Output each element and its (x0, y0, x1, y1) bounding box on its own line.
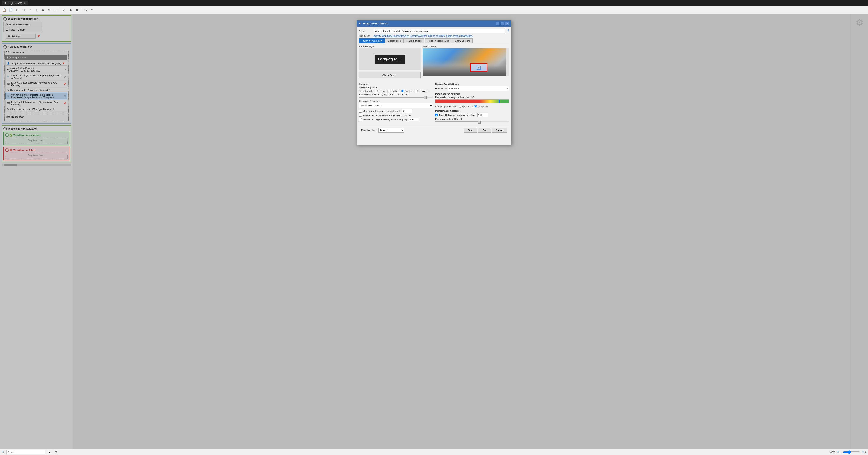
search-algorithm-label: Search algorithm (359, 86, 433, 89)
toolbar-grid-btn[interactable]: ⊞ (53, 7, 59, 13)
performance-limit-row: Performance limit (%): 60 (435, 118, 509, 120)
load-optimizer-label: Load Optimizer (439, 113, 455, 116)
search-mode-row: Search mode: Colour Gradient (359, 90, 433, 92)
radio-gradient-label: Gradient (391, 90, 400, 92)
cancel-button[interactable]: Cancel (492, 128, 507, 133)
radio-contourf[interactable]: Contour F (415, 90, 429, 92)
toolbar-print-btn[interactable]: 🖨 (83, 7, 89, 13)
wait-steady-checkbox[interactable] (359, 118, 362, 121)
performance-limit-label: Performance limit (%): (435, 118, 459, 120)
pattern-image-label: Pattern image (359, 45, 421, 48)
toolbar-separator (60, 8, 60, 12)
toolbar-undo-btn[interactable]: ↩ (14, 7, 20, 13)
settings-group-label: Settings (359, 83, 433, 85)
search-highlight-box: ⚙ (470, 63, 487, 72)
toolbar-redo-btn[interactable]: ↪ (21, 7, 27, 13)
step-row: This Step: Activity Workflow/Transaction… (359, 35, 509, 37)
search-up-btn[interactable]: ▲ (47, 450, 52, 454)
radio-colour-label: Colour (378, 90, 385, 92)
zoom-in-icon[interactable]: 🔍+ (862, 451, 866, 454)
step-link[interactable]: Activity Workflow/Transaction/App Sessio… (374, 35, 473, 37)
pattern-image-area: Pattern image Logging in ... Check Searc… (359, 45, 421, 80)
compare-precision-select[interactable]: 100% (Exact match) (359, 103, 433, 108)
precision-bar-container (435, 99, 509, 103)
bottom-bar: 🔍 ▲ ▼ 100% 🔍− 🔍+ (0, 449, 868, 455)
radio-appear-label: Appear (462, 105, 469, 108)
title-tab[interactable]: ⚙ *Login to AMS ✕ (2, 1, 28, 5)
radio-gradient-input[interactable] (387, 90, 390, 92)
toolbar-pen-btn[interactable]: ✒ (89, 7, 95, 13)
compare-precision-label: Compare Precision: (359, 100, 380, 102)
use-general-timeout-label: Use general timeout (363, 110, 384, 112)
compare-precision-select-row: 100% (Exact match) (359, 103, 433, 108)
relative-to-dropdown[interactable]: < None > ▼ (448, 86, 509, 91)
perf-slider-thumb[interactable] (478, 121, 480, 124)
help-icon[interactable]: ? (507, 29, 509, 33)
bw-threshold-slider[interactable] (359, 97, 433, 98)
dialog-close-btn[interactable]: ✕ (505, 22, 509, 26)
zoom-out-icon[interactable]: 🔍− (837, 451, 841, 454)
zoom-slider[interactable] (843, 451, 860, 454)
name-input[interactable] (374, 29, 505, 33)
radio-contourf-input[interactable] (415, 90, 418, 92)
toolbar-run-btn[interactable]: ▶ (68, 7, 74, 13)
tab-search-area[interactable]: Search area (385, 38, 404, 43)
radio-colour[interactable]: Colour (375, 90, 385, 92)
zoom-label: 100% (829, 451, 835, 454)
main-area: − ⚙ Workflow Initialization ⚙ Activity P… (0, 14, 868, 449)
toolbar-delete-btn[interactable]: ✕ (40, 7, 46, 13)
load-optimizer-checkbox[interactable] (435, 113, 438, 117)
toolbar-down-btn[interactable]: ↓ (34, 7, 39, 13)
step-label: This Step: (359, 35, 372, 37)
tab-pattern-image[interactable]: Pattern image (404, 38, 424, 43)
toolbar-new-btn[interactable]: 📋 (1, 7, 7, 13)
toolbar-up-btn[interactable]: ↑ (27, 7, 33, 13)
dialog-bottom: Error handling: Normal Test OK Cancel (359, 126, 509, 134)
radio-appear[interactable]: Appear (459, 105, 469, 108)
error-handling-select[interactable]: Normal (378, 128, 404, 133)
close-tab-button[interactable]: ✕ (24, 2, 26, 4)
dialog-error-handling: Error handling: Normal (361, 128, 404, 133)
dialog-minimize-btn[interactable]: − (496, 22, 500, 26)
wait-time-input[interactable] (409, 118, 420, 121)
search-area-box: Search area ⚙ (423, 45, 509, 80)
hide-mouse-checkbox[interactable] (359, 114, 362, 117)
dialog-maximize-btn[interactable]: □ (500, 22, 504, 26)
tab-show-borders[interactable]: Show Borders (452, 38, 473, 43)
tab-refresh-search-area[interactable]: Refresh search area (425, 38, 452, 43)
pattern-img: Logging in ... (375, 55, 405, 64)
ok-button[interactable]: OK (478, 128, 491, 133)
performance-label: Performance Settings (435, 109, 509, 112)
relative-to-value: < None > (449, 87, 459, 90)
radio-disappear-input[interactable] (474, 105, 477, 108)
pattern-img-container: Logging in ... (359, 48, 421, 70)
use-general-timeout-checkbox[interactable] (359, 110, 362, 112)
toolbar-edit-btn[interactable]: ✏ (46, 7, 53, 13)
bw-slider-thumb[interactable] (424, 96, 427, 99)
relative-to-label: Relative To (435, 87, 447, 90)
search-input[interactable] (6, 450, 45, 454)
toolbar-copy-btn[interactable]: 📄 (8, 7, 14, 13)
timeout-input[interactable] (402, 109, 412, 113)
test-button[interactable]: Test (464, 128, 477, 133)
radio-appear-input[interactable] (459, 105, 461, 108)
tab-label: *Login to AMS (7, 2, 23, 4)
radio-contour[interactable]: Contour (401, 90, 413, 92)
interrupt-time-input[interactable] (477, 113, 488, 117)
radio-gradient[interactable]: Gradient (387, 90, 400, 92)
wait-steady-label: Wait until Image is steady (363, 118, 390, 121)
radio-disappear[interactable]: Disappear (474, 105, 488, 108)
radio-colour-input[interactable] (375, 90, 378, 92)
search-area-scrollbar[interactable] (506, 48, 509, 76)
toolbar-trash-btn[interactable]: 🗑 (74, 7, 80, 13)
check-search-button[interactable]: Check Search (359, 72, 421, 78)
tab-start-from-scratch[interactable]: ⁝ Start from scratch (359, 38, 385, 43)
radio-contour-input[interactable] (401, 90, 404, 92)
search-area-container: ⚙ (423, 48, 509, 76)
dialog-title-text: Image search Wizard (363, 22, 388, 25)
toolbar-diamond-btn[interactable]: ◇ (61, 7, 67, 13)
dialog-controls: − □ ✕ (496, 22, 509, 26)
performance-slider[interactable] (435, 121, 509, 123)
perf-slider-fill (435, 121, 479, 122)
search-down-btn[interactable]: ▼ (54, 450, 59, 454)
